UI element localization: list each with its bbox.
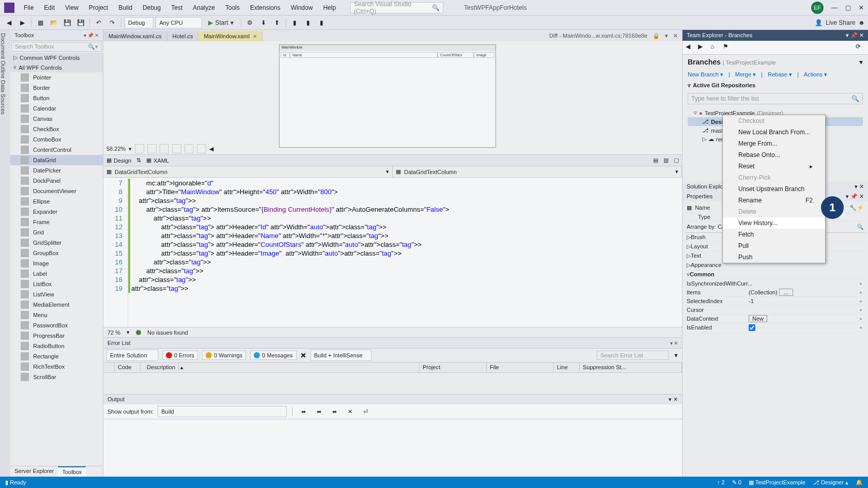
close-icon[interactable]: ✕ [674,340,678,346]
toolbox-item[interactable]: ProgressBar [10,330,103,341]
property-row[interactable]: DataContextNew▫ [685,314,866,323]
tool-icon[interactable]: ▮ [289,17,301,28]
menu-build[interactable]: Build [114,2,136,13]
toolbox-item[interactable]: Grid [10,227,103,238]
toolbox-item[interactable]: Label [10,269,103,279]
xaml-tab[interactable]: ▦ XAML [146,157,169,164]
status-repo[interactable]: ▦ TestProjectExample [749,479,805,486]
snap-icon[interactable] [160,144,169,153]
bolt-icon[interactable]: ⚡ [857,204,864,211]
open-icon[interactable]: 📂 [48,17,59,28]
col-icon[interactable] [103,363,115,372]
menu-help[interactable]: Help [319,2,340,13]
toolbox-item[interactable]: ContentControl [10,145,103,155]
find-icon[interactable]: ⬌ [298,406,309,417]
tab-server-explorer[interactable]: Server Explorer [10,466,58,477]
toolbox-item[interactable]: Expander [10,207,103,217]
toolbox-item[interactable]: RadioButton [10,341,103,351]
context-menu-item[interactable]: View History... [723,217,825,229]
toggle-wrap-icon[interactable]: ⏎ [360,406,371,417]
toolbox-item[interactable]: Calendar [10,103,103,114]
new-branch-link[interactable]: New Branch ▾ [688,71,723,78]
toolbox-item[interactable]: PasswordBox [10,320,103,330]
context-menu-item[interactable]: RenameF2 [723,195,825,206]
pin-icon[interactable]: ▾ [84,33,86,38]
toolbox-item[interactable]: ListView [10,289,103,300]
toolbox-item[interactable]: Frame [10,217,103,227]
col-suppression[interactable]: Suppression St... [580,363,682,372]
build-dropdown[interactable]: Build + IntelliSense [311,350,371,361]
property-row[interactable]: SelectedIndex-1▫ [685,297,866,306]
toolbox-item[interactable]: ListBox [10,279,103,289]
toolbox-item[interactable]: DocumentViewer [10,186,103,196]
fwd-icon[interactable]: ▶ [698,43,707,52]
dropdown-icon[interactable]: ▾ [670,340,673,346]
grid-icon[interactable] [147,144,157,153]
path-right[interactable]: DataGridTextColumn [404,169,457,175]
pending-up[interactable]: ↑ 2 [717,479,725,485]
tool-icon[interactable]: ▮ [303,17,314,28]
home-icon[interactable]: ⌂ [710,43,720,52]
toolbox-group-all[interactable]: ▿ All WPF Controls [10,62,103,72]
save-all-icon[interactable]: 💾 [75,17,86,28]
col-code[interactable]: Code [115,363,141,372]
maximize-button[interactable]: ▢ [845,4,851,11]
snap-icon[interactable] [197,144,206,153]
context-menu-item[interactable]: Unset Upstream Branch [723,183,825,195]
close-icon[interactable]: ✕ [673,33,678,39]
toolbox-item[interactable]: ScrollBar [10,372,103,382]
zoom-value[interactable]: 58.22% [106,146,126,152]
rebase-link[interactable]: Rebase ▾ [768,71,792,78]
errors-filter[interactable]: 0 Errors [162,351,198,360]
actions-link[interactable]: Actions ▾ [804,71,827,78]
toolbox-item[interactable]: RichTextBox [10,361,103,372]
scroll-left-icon[interactable]: ◀ [209,146,213,152]
quick-launch-search[interactable]: Search Visual Studio (Ctrl+Q) 🔍 [350,2,443,13]
context-menu-item[interactable]: Fetch [723,229,825,240]
code-editor[interactable]: 78910111213141516171819 mc:attr">Ignorab… [103,178,682,327]
back-icon[interactable]: ◀ [686,43,695,52]
doc-tab-active[interactable]: MainWindow.xaml✕ [198,31,262,41]
pending-down[interactable]: ✎ 0 [732,479,741,486]
menu-file[interactable]: File [20,2,38,13]
toolbox-item[interactable]: DockPanel [10,176,103,186]
zoom-fit-icon[interactable] [135,144,144,153]
split-v-icon[interactable]: ▥ [663,157,669,164]
output-source-dropdown[interactable]: Build [158,406,287,417]
prop-group-common[interactable]: ▿ Common [685,270,866,279]
wrench-icon[interactable]: 🔧 [849,204,857,211]
user-avatar[interactable]: EF [811,2,824,14]
pin-icon[interactable]: 📌 [850,32,858,38]
nav-fwd-icon[interactable]: ▶ [17,17,28,28]
editor-zoom[interactable]: 72 % [107,329,120,336]
context-menu-item[interactable]: Pull [723,240,825,251]
toolbox-item[interactable]: MediaElement [10,300,103,310]
left-dock-tabs[interactable]: Document Outline Data Sources [0,30,10,477]
live-share-button[interactable]: 👤 Live Share ☻ [815,19,865,26]
path-left[interactable]: DataGridTextColumn [115,169,167,175]
messages-filter[interactable]: 0 Messages [250,351,296,360]
error-search[interactable]: Search Error List [597,351,669,360]
scope-dropdown[interactable]: Entire Solution [106,350,158,361]
tool-icon[interactable]: ⚙ [244,17,256,28]
toolbox-item[interactable]: Rectangle [10,351,103,361]
goto-prev-icon[interactable]: ⬌ [313,406,324,417]
toolbox-item[interactable]: GridSplitter [10,238,103,248]
context-menu-item[interactable]: Rebase Onto... [723,149,825,161]
dropdown-icon[interactable]: ▾ [669,396,672,402]
goto-next-icon[interactable]: ⬌ [329,406,340,417]
property-row[interactable]: Items(Collection) ...▫ [685,288,866,297]
merge-link[interactable]: Merge ▾ [735,71,756,78]
tool-icon[interactable]: ⬆ [271,17,283,28]
property-row[interactable]: IsSynchronizedWithCurr...▫ [685,279,866,288]
property-row[interactable]: Cursor▫ [685,306,866,314]
expand-icon[interactable]: ▢ [674,157,679,164]
warnings-filter[interactable]: 0 Warnings [202,351,246,360]
redo-icon[interactable]: ↷ [106,17,118,28]
menu-window[interactable]: Window [287,2,317,13]
tab-toolbox[interactable]: Toolbox [58,466,86,477]
config-dropdown[interactable]: Debug [125,17,153,28]
toolbox-item[interactable]: GroupBox [10,248,103,258]
feedback-icon[interactable]: ☻ [858,19,865,26]
tool-icon[interactable]: ⬇ [258,17,269,28]
